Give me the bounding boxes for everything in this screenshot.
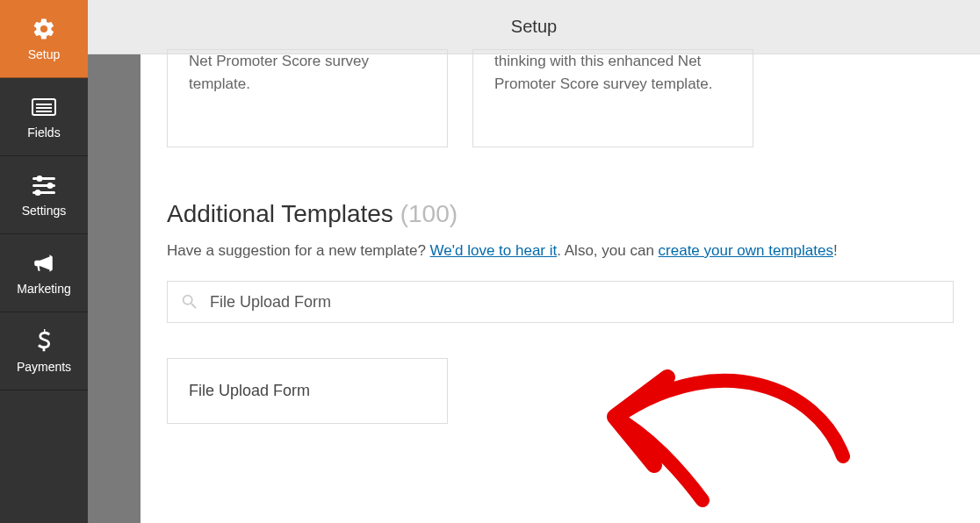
sidebar-item-label: Settings [22,204,67,218]
additional-templates-heading: Additional Templates (100) [167,200,954,228]
bullhorn-icon [31,250,57,276]
sidebar-item-marketing[interactable]: Marketing [0,234,88,312]
svg-rect-4 [32,177,55,180]
content-panel: Net Promoter Score survey template. thin… [141,54,980,523]
sidebar-item-label: Marketing [17,282,70,296]
backdrop [88,54,141,523]
sidebar: Setup Fields Settings Marketing Payments [0,0,88,523]
search-input[interactable] [210,293,940,312]
sliders-icon [31,172,57,198]
search-icon [180,292,199,312]
create-templates-link[interactable]: create your own templates [659,242,833,259]
heading-count: (100) [400,200,458,227]
result-title: File Upload Form [189,382,310,399]
template-card[interactable]: thinking with this enhanced Net Promoter… [472,49,753,147]
list-icon [31,94,57,120]
template-card[interactable]: Net Promoter Score survey template. [167,49,448,147]
suggestion-suffix: ! [833,242,838,259]
svg-point-5 [37,176,43,182]
topbar: Setup [88,0,980,54]
sidebar-item-label: Fields [27,125,60,140]
suggestion-text: Have a suggestion for a new template? We… [167,242,954,260]
template-result-file-upload-form[interactable]: File Upload Form [167,358,448,424]
template-preview-row: Net Promoter Score survey template. thin… [167,49,954,147]
suggestion-link[interactable]: We'd love to hear it [430,242,558,259]
annotation-arrow [597,333,878,518]
sidebar-item-payments[interactable]: Payments [0,312,88,390]
svg-point-7 [47,183,54,189]
template-search[interactable] [167,281,954,323]
sidebar-item-label: Setup [28,47,61,61]
svg-point-9 [35,190,41,196]
sidebar-item-settings[interactable]: Settings [0,156,88,234]
template-card-text: Net Promoter Score survey template. [189,53,369,92]
suggestion-mid: . Also, you can [557,242,658,259]
dollar-icon [36,328,52,355]
sidebar-item-label: Payments [17,360,71,374]
suggestion-prefix: Have a suggestion for a new template? [167,242,430,259]
sidebar-item-setup[interactable]: Setup [0,0,88,78]
heading-text: Additional Templates [167,200,393,227]
sidebar-item-fields[interactable]: Fields [0,78,88,156]
gear-icon [32,16,56,42]
template-card-text: thinking with this enhanced Net Promoter… [494,53,712,92]
page-title: Setup [511,17,557,37]
